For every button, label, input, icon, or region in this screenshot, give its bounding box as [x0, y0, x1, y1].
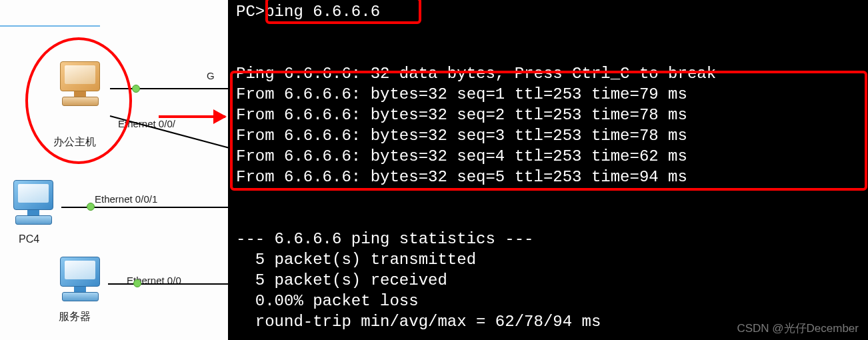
ping-reply: From 6.6.6.6: bytes=32 seq=4 ttl=253 tim… — [236, 147, 687, 165]
network-topology-panel: 办公主机 Ethernet 0/0/ G PC4 Ethernet 0/0/1 … — [0, 0, 228, 340]
pc4-icon[interactable] — [7, 180, 60, 227]
terminal-output: PC>ping 6.6.6.6 Ping 6.6.6.6: 32 data by… — [228, 0, 868, 340]
highlight-circle — [25, 37, 132, 164]
ping-header: Ping 6.6.6.6: 32 data bytes, Press Ctrl_… — [236, 65, 716, 83]
pc4-label: PC4 — [19, 233, 39, 245]
server-label: 服务器 — [59, 310, 91, 324]
pc4-port-label: Ethernet 0/0/1 — [95, 193, 157, 205]
highlight-arrow — [159, 115, 225, 118]
watermark: CSDN @光仔December — [737, 321, 859, 336]
ping-reply: From 6.6.6.6: bytes=32 seq=1 ttl=253 tim… — [236, 85, 687, 103]
ping-reply: From 6.6.6.6: bytes=32 seq=2 ttl=253 tim… — [236, 106, 687, 124]
stats-line: 0.00% packet loss — [236, 292, 419, 310]
connection-node — [133, 279, 141, 287]
stats-line: 5 packet(s) received — [236, 271, 447, 289]
stats-line: round-trip min/avg/max = 62/78/94 ms — [236, 313, 601, 331]
divider-line — [0, 25, 100, 27]
ping-reply: From 6.6.6.6: bytes=32 seq=3 ttl=253 tim… — [236, 127, 687, 145]
prompt: PC> — [236, 3, 265, 21]
ping-reply: From 6.6.6.6: bytes=32 seq=5 ttl=253 tim… — [236, 168, 687, 186]
command-text: ping 6.6.6.6 — [265, 3, 380, 21]
stats-header: --- 6.6.6.6 ping statistics --- — [236, 230, 533, 248]
connection-node — [132, 85, 140, 93]
stats-line: 5 packet(s) transmitted — [236, 251, 476, 269]
right-port-partial: G — [207, 70, 215, 81]
wire — [108, 283, 235, 285]
server-icon[interactable] — [53, 257, 107, 303]
connection-node — [87, 203, 95, 211]
